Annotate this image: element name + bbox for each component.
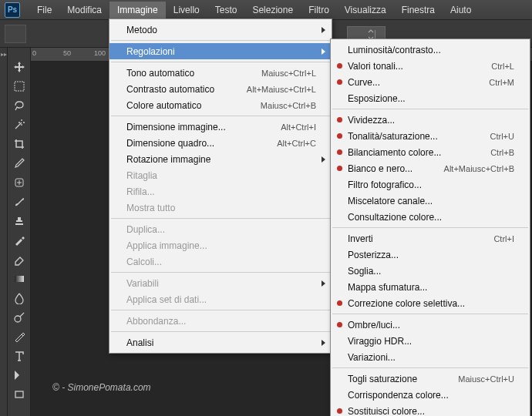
- regolazioni-item[interactable]: Bilanciamento colore...Ctrl+B: [331, 144, 530, 160]
- menu-filtro[interactable]: Filtro: [301, 2, 337, 18]
- tool-history-icon[interactable]: [11, 232, 28, 249]
- regolazioni-item[interactable]: Posterizza...: [331, 247, 530, 263]
- regolazioni-item[interactable]: Consultazione colore...: [331, 209, 530, 225]
- regolazioni-item[interactable]: Mappa sfumatura...: [331, 279, 530, 295]
- app-logo-icon: Ps: [5, 2, 20, 18]
- tool-eraser-icon[interactable]: [11, 251, 28, 268]
- menu-visualizza[interactable]: Visualizza: [337, 2, 394, 18]
- menu-item-label: Vividezza...: [348, 115, 514, 126]
- tool-dodge-icon[interactable]: [11, 309, 28, 326]
- menu-immagine: MetodoRegolazioniTono automaticoMaiusc+C…: [109, 18, 332, 354]
- immagine-item: Duplica...: [109, 221, 332, 237]
- menu-item-label: Valori tonali...: [348, 61, 491, 72]
- immagine-item[interactable]: Colore automaticoMaiusc+Ctrl+B: [109, 97, 332, 113]
- tool-preset-swatch[interactable]: [5, 25, 26, 43]
- menu-separator: [111, 62, 330, 62]
- menu-selezione[interactable]: Selezione: [244, 2, 301, 18]
- immagine-item[interactable]: Tono automaticoMaiusc+Ctrl+L: [109, 65, 332, 81]
- immagine-item: Calcoli...: [109, 253, 332, 270]
- menu-finestra[interactable]: Finestra: [394, 2, 443, 18]
- menu-shortcut: Ctrl+U: [490, 132, 514, 141]
- immagine-item: Variabili: [109, 275, 332, 291]
- menu-separator: [332, 314, 528, 314]
- regolazioni-item[interactable]: Bianco e nero...Alt+Maiusc+Ctrl+B: [331, 160, 530, 176]
- immagine-item[interactable]: Contrasto automaticoAlt+Maiusc+Ctrl+L: [109, 81, 332, 97]
- menu-aiuto[interactable]: Aiuto: [443, 2, 479, 18]
- tool-stamp-icon[interactable]: [11, 213, 28, 230]
- tool-brush-icon[interactable]: [11, 193, 28, 210]
- menu-item-label: Metodo: [126, 25, 316, 35]
- regolazioni-item[interactable]: Vividezza...: [331, 112, 530, 128]
- tool-marquee-icon[interactable]: [11, 78, 28, 95]
- menu-shortcut: Ctrl+B: [490, 148, 514, 157]
- tool-gradient-icon[interactable]: [11, 270, 28, 287]
- credit-text: © - SimonePomata.com: [52, 382, 151, 393]
- menu-testo[interactable]: Testo: [207, 2, 245, 18]
- regolazioni-item[interactable]: Esposizione...: [331, 90, 530, 106]
- menu-shortcut: Ctrl+L: [491, 62, 514, 71]
- menu-item-label: Ritaglia: [126, 170, 316, 181]
- regolazioni-item[interactable]: Sostituisci colore...: [331, 403, 530, 416]
- immagine-item: Mostra tutto: [109, 200, 332, 216]
- menu-file[interactable]: File: [29, 2, 59, 18]
- regolazioni-item[interactable]: Luminosità/contrasto...: [331, 42, 530, 58]
- immagine-item[interactable]: Analisi: [109, 334, 332, 351]
- menu-item-label: Tono automatico: [126, 68, 261, 79]
- menu-item-label: Variazioni...: [348, 352, 514, 363]
- menu-item-label: Corrispondenza colore...: [348, 390, 514, 401]
- immagine-item[interactable]: Metodo: [109, 22, 332, 38]
- regolazioni-item[interactable]: Ombre/luci...: [331, 317, 530, 333]
- menu-item-label: Esposizione...: [348, 93, 514, 104]
- ruler-tick: 50: [63, 49, 71, 57]
- regolazioni-item[interactable]: Corrispondenza colore...: [331, 387, 530, 403]
- regolazioni-item[interactable]: Variazioni...: [331, 349, 530, 365]
- tool-path-icon[interactable]: [11, 367, 28, 384]
- tool-rect-icon[interactable]: [11, 386, 28, 403]
- submenu-arrow-icon: [322, 340, 325, 346]
- submenu-regolazioni: Luminosità/contrasto...Valori tonali...C…: [330, 39, 530, 416]
- menu-item-label: Correzione colore selettiva...: [348, 298, 514, 309]
- tool-lasso-icon[interactable]: [11, 97, 28, 114]
- menu-immagine[interactable]: Immagine: [109, 2, 166, 18]
- menubar: Ps FileModificaImmagineLivelloTestoSelez…: [0, 0, 532, 20]
- menu-shortcut: Alt+Maiusc+Ctrl+B: [444, 164, 514, 173]
- immagine-item[interactable]: Rotazione immagine: [109, 151, 332, 167]
- menu-item-label: Ombre/luci...: [348, 320, 514, 330]
- regolazioni-item[interactable]: Soglia...: [331, 263, 530, 279]
- menu-shortcut: Maiusc+Ctrl+U: [458, 374, 514, 384]
- menu-separator: [332, 367, 528, 368]
- tool-wand-icon[interactable]: [11, 116, 28, 133]
- regolazioni-item[interactable]: Curve...Ctrl+M: [331, 74, 530, 90]
- menu-item-label: Colore automatico: [126, 100, 261, 111]
- menu-item-label: Miscelatore canale...: [348, 196, 514, 206]
- immagine-item[interactable]: Regolazioni: [109, 43, 332, 59]
- regolazioni-item[interactable]: InvertiCtrl+I: [331, 230, 530, 247]
- menu-shortcut: Maiusc+Ctrl+L: [261, 69, 316, 78]
- immagine-item[interactable]: Dimensione quadro...Alt+Ctrl+C: [109, 135, 332, 151]
- regolazioni-item[interactable]: Filtro fotografico...: [331, 176, 530, 193]
- menu-item-label: Soglia...: [348, 266, 514, 277]
- immagine-item[interactable]: Dimensione immagine...Alt+Ctrl+I: [109, 119, 332, 135]
- menu-livello[interactable]: Livello: [166, 2, 207, 18]
- tool-heal-icon[interactable]: [11, 174, 28, 191]
- tool-pen-icon[interactable]: [11, 328, 28, 345]
- menu-item-label: Bianco e nero...: [348, 163, 444, 174]
- menu-item-label: Rotazione immagine: [126, 154, 316, 165]
- toolbar: [8, 48, 31, 416]
- tool-crop-icon[interactable]: [11, 136, 28, 153]
- menu-separator: [111, 40, 330, 41]
- regolazioni-item[interactable]: Togli saturazioneMaiusc+Ctrl+U: [331, 371, 530, 387]
- menu-modifica[interactable]: Modifica: [59, 2, 109, 18]
- regolazioni-item[interactable]: Valori tonali...Ctrl+L: [331, 58, 530, 74]
- regolazioni-item[interactable]: Viraggio HDR...: [331, 333, 530, 349]
- menu-item-label: Togli saturazione: [348, 374, 458, 384]
- tool-blur-icon[interactable]: [11, 290, 28, 307]
- regolazioni-item[interactable]: Correzione colore selettiva...: [331, 295, 530, 311]
- tool-eyedropper-icon[interactable]: [11, 155, 28, 172]
- menu-item-label: Consultazione colore...: [348, 212, 514, 223]
- tool-move-icon[interactable]: [11, 59, 28, 75]
- regolazioni-item[interactable]: Miscelatore canale...: [331, 193, 530, 209]
- menu-shortcut: Ctrl+I: [493, 234, 514, 243]
- tool-type-icon[interactable]: [11, 347, 28, 364]
- regolazioni-item[interactable]: Tonalità/saturazione...Ctrl+U: [331, 128, 530, 144]
